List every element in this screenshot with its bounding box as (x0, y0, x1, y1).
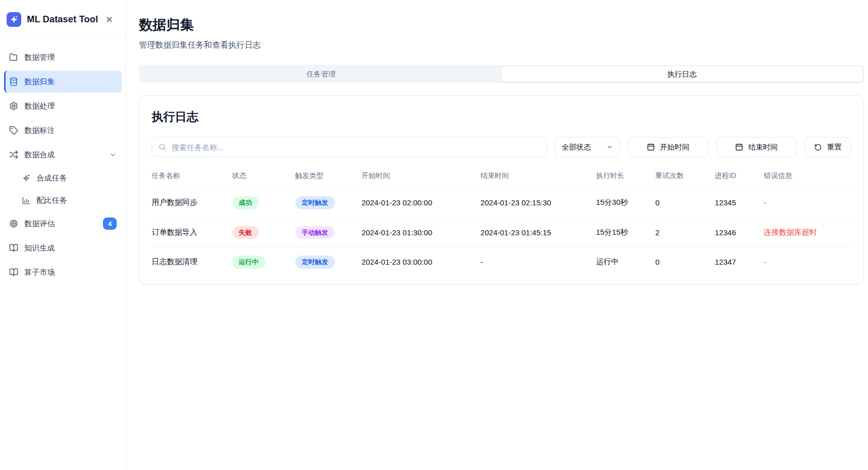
table-row: 日志数据清理 运行中 定时触发 2024-01-23 03:00:00 - 运行… (152, 247, 851, 277)
reset-label: 重置 (827, 142, 842, 152)
col-error: 错误信息 (764, 166, 851, 188)
col-trigger-type: 触发类型 (295, 166, 362, 188)
cell-trigger: 定时触发 (295, 247, 362, 277)
sidebar-header: ML Dataset Tool (0, 0, 126, 39)
shuffle-icon (9, 150, 18, 159)
cell-start-time: 2024-01-23 02:00:00 (362, 188, 480, 218)
target-icon (9, 219, 18, 228)
close-button[interactable] (105, 15, 114, 24)
calendar-icon (647, 143, 655, 151)
folder-icon (9, 53, 18, 62)
chevron-down-icon[interactable] (109, 151, 117, 159)
sidebar-item-label: 数据合成 (24, 150, 55, 160)
cell-duration: 15分30秒 (596, 188, 655, 218)
book-open-icon (9, 243, 18, 252)
col-status: 状态 (232, 166, 295, 188)
cell-error: 连接数据库超时 (764, 218, 851, 247)
main-content: 数据归集 管理数据归集任务和查看执行日志 任务管理 执行日志 执行日志 全部状态 (126, 0, 868, 284)
cell-task-name: 订单数据导入 (152, 218, 232, 247)
trigger-badge: 手动触发 (295, 226, 335, 239)
page-subtitle: 管理数据归集任务和查看执行日志 (139, 40, 864, 51)
status-filter-select[interactable]: 全部状态 (555, 137, 620, 157)
sidebar-item-label: 配比任务 (37, 196, 67, 205)
cell-start-time: 2024-01-23 01:30:00 (362, 218, 480, 247)
cell-status: 失败 (232, 218, 295, 247)
filter-bar: 全部状态 开始时间 结束时间 (152, 137, 851, 157)
cell-end-time: - (480, 247, 596, 277)
status-badge: 成功 (232, 196, 259, 209)
sidebar-item-label: 算子市场 (24, 268, 55, 277)
cell-trigger: 定时触发 (295, 188, 362, 218)
chevron-down-icon (606, 143, 613, 151)
sidebar-item-label: 数据标注 (24, 126, 55, 135)
end-time-button[interactable]: 结束时间 (716, 137, 796, 157)
cell-retries: 0 (655, 247, 715, 277)
cell-duration: 运行中 (596, 247, 655, 277)
cell-retries: 0 (655, 188, 715, 218)
col-task-name: 任务名称 (152, 166, 232, 188)
status-filter-value: 全部状态 (562, 142, 591, 152)
execution-logs-card: 执行日志 全部状态 开始时间 (139, 95, 864, 284)
table-header-row: 任务名称 状态 触发类型 开始时间 结束时间 执行时长 重试次数 进程ID 错误… (152, 166, 851, 188)
cell-trigger: 手动触发 (295, 218, 362, 247)
calendar-icon (735, 143, 743, 151)
sidebar-item-label: 数据归集 (24, 77, 55, 87)
rotate-ccw-icon (814, 143, 822, 151)
app-logo (7, 12, 21, 27)
cell-pid: 12345 (715, 188, 764, 218)
logs-table: 任务名称 状态 触发类型 开始时间 结束时间 执行时长 重试次数 进程ID 错误… (152, 166, 851, 277)
col-duration: 执行时长 (596, 166, 655, 188)
search-input[interactable] (152, 137, 546, 157)
tab-bar: 任务管理 执行日志 (139, 65, 864, 83)
bar-chart-icon (22, 196, 30, 205)
sidebar-item-label: 数据评估 (24, 219, 55, 229)
trigger-badge: 定时触发 (295, 196, 335, 209)
cell-duration: 15分15秒 (596, 218, 655, 247)
card-title: 执行日志 (152, 109, 851, 125)
sidebar-item-data-synthesis[interactable]: 数据合成 (4, 143, 122, 166)
col-retries: 重试次数 (655, 166, 715, 188)
cell-error: - (764, 247, 851, 277)
app-title: ML Dataset Tool (27, 14, 98, 25)
close-icon (105, 15, 114, 24)
sidebar-item-data-collection[interactable]: 数据归集 (4, 70, 122, 93)
search-icon (158, 143, 166, 151)
sidebar-nav: 数据管理 数据归集 数据处理 数据标注 数据合成 (0, 39, 126, 293)
table-row: 用户数据同步 成功 定时触发 2024-01-23 02:00:00 2024-… (152, 188, 851, 218)
search-box (152, 137, 547, 157)
cell-status: 成功 (232, 188, 295, 218)
sidebar-item-data-labeling[interactable]: 数据标注 (4, 119, 122, 141)
cell-task-name: 用户数据同步 (152, 188, 232, 218)
cell-status: 运行中 (232, 247, 295, 277)
cell-start-time: 2024-01-23 03:00:00 (362, 247, 480, 277)
sidebar-item-label: 数据处理 (24, 101, 55, 111)
tag-icon (9, 126, 18, 135)
sidebar-item-ratio-task[interactable]: 配比任务 (4, 190, 122, 210)
cell-pid: 12347 (715, 247, 764, 277)
sidebar-item-operator-market[interactable]: 算子市场 (4, 261, 122, 283)
tab-task-management[interactable]: 任务管理 (141, 66, 502, 82)
sidebar-item-data-evaluation[interactable]: 数据评估 4 (4, 212, 122, 235)
reset-button[interactable]: 重置 (805, 137, 851, 157)
sidebar-item-synthesis-task[interactable]: 合成任务 (4, 168, 122, 188)
col-start-time: 开始时间 (362, 166, 480, 188)
sidebar-item-data-management[interactable]: 数据管理 (4, 46, 122, 68)
sidebar-item-knowledge-generation[interactable]: 知识生成 (4, 237, 122, 259)
sidebar-item-data-processing[interactable]: 数据处理 (4, 95, 122, 117)
cell-error: - (764, 188, 851, 218)
sidebar-item-label: 合成任务 (37, 173, 67, 183)
cell-pid: 12346 (715, 218, 764, 247)
tab-execution-logs[interactable]: 执行日志 (502, 66, 863, 82)
status-badge: 运行中 (232, 256, 265, 269)
sparkles-icon (10, 15, 18, 24)
sidebar: ML Dataset Tool 数据管理 数据归集 数据处理 (0, 0, 126, 470)
sidebar-item-label: 知识生成 (24, 243, 55, 253)
trigger-badge: 定时触发 (295, 256, 335, 269)
book-open-icon (9, 268, 18, 277)
table-row: 订单数据导入 失败 手动触发 2024-01-23 01:30:00 2024-… (152, 218, 851, 247)
start-time-button[interactable]: 开始时间 (628, 137, 708, 157)
end-time-label: 结束时间 (748, 142, 778, 152)
database-icon (9, 77, 18, 86)
sparkles-icon (22, 174, 30, 183)
col-pid: 进程ID (715, 166, 764, 188)
